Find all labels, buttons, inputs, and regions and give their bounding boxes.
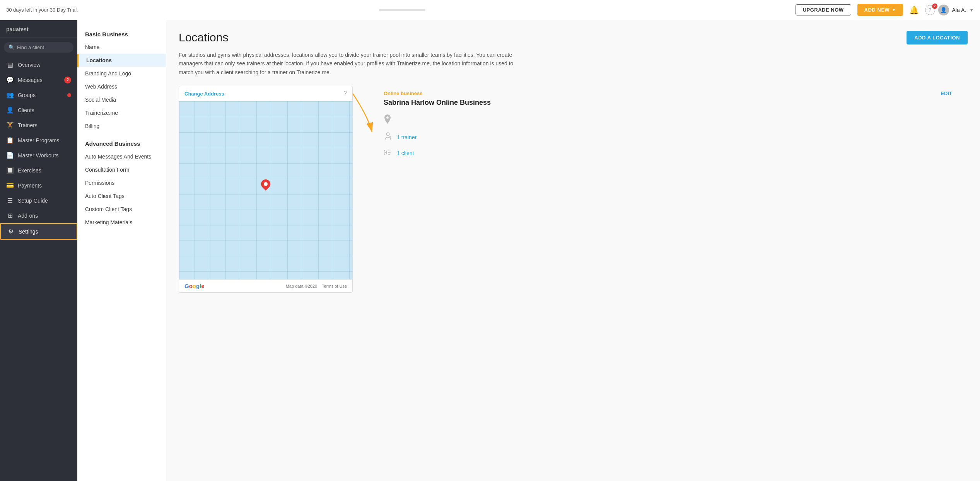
- sidebar: pauatest 🔍 Find a client ▤ Overview 💬 Me…: [0, 20, 77, 481]
- location-client-detail: 1 client: [384, 148, 958, 157]
- sec-item-auto-messages[interactable]: Auto Messages And Events: [77, 150, 166, 163]
- find-client-search[interactable]: 🔍 Find a client: [4, 42, 73, 53]
- basic-business-section-title: Basic Business: [77, 28, 166, 41]
- top-bar: 30 days left in your 30 Day Trial. UPGRA…: [0, 0, 980, 20]
- sec-item-locations[interactable]: Locations: [77, 54, 166, 67]
- map-copyright: Map data ©2020 Terms of Use: [286, 284, 347, 288]
- search-icon: 🔍: [9, 44, 15, 50]
- overview-icon: ▤: [6, 61, 14, 68]
- sidebar-item-label: Overview: [18, 62, 40, 68]
- sec-item-permissions[interactable]: Permissions: [77, 176, 166, 189]
- client-icon: [384, 148, 392, 157]
- main-layout: pauatest 🔍 Find a client ▤ Overview 💬 Me…: [0, 20, 980, 481]
- chevron-down-icon: ▼: [892, 8, 896, 12]
- sidebar-item-overview[interactable]: ▤ Overview: [0, 57, 77, 72]
- sidebar-item-clients[interactable]: 👤 Clients: [0, 102, 77, 118]
- location-pin-icon: [384, 114, 391, 126]
- location-address-detail: [384, 114, 958, 126]
- master-programs-icon: 📋: [6, 136, 14, 144]
- master-workouts-icon: 📄: [6, 152, 14, 159]
- user-avatar: 👤: [938, 5, 949, 15]
- sidebar-item-label: Clients: [18, 107, 34, 113]
- sidebar-item-settings[interactable]: ⚙ Settings: [0, 223, 77, 240]
- secondary-sidebar: Basic Business Name Locations Branding A…: [77, 20, 166, 481]
- sidebar-item-master-programs[interactable]: 📋 Master Programs: [0, 133, 77, 148]
- trainer-count-link[interactable]: 1 trainer: [397, 134, 417, 140]
- google-logo: Google: [184, 283, 205, 289]
- exercises-icon: 🔲: [6, 167, 14, 174]
- online-business-label: Online business: [384, 90, 491, 96]
- location-name: Sabrina Harlow Online Business: [384, 99, 491, 107]
- sidebar-item-master-workouts[interactable]: 📄 Master Workouts: [0, 148, 77, 163]
- change-address-link[interactable]: Change Address: [184, 91, 224, 97]
- sec-item-auto-client-tags[interactable]: Auto Client Tags: [77, 189, 166, 203]
- map-copyright-text: Map data ©2020: [286, 284, 318, 288]
- sec-item-consultation-form[interactable]: Consultation Form: [77, 163, 166, 176]
- map-header: Change Address ?: [179, 86, 352, 101]
- map-area: [179, 101, 352, 279]
- sidebar-item-label: Master Programs: [18, 137, 59, 143]
- sec-item-trainerize[interactable]: Trainerize.me: [77, 106, 166, 119]
- sidebar-nav: ▤ Overview 💬 Messages 2 👥 Groups 👤 Clien…: [0, 57, 77, 475]
- user-name: Ala A.: [952, 7, 966, 13]
- upgrade-button[interactable]: UPGRADE NOW: [796, 4, 851, 15]
- sec-item-social-media[interactable]: Social Media: [77, 93, 166, 106]
- sec-item-name[interactable]: Name: [77, 41, 166, 54]
- edit-location-button[interactable]: EDIT: [941, 89, 958, 96]
- payments-icon: 💳: [6, 182, 14, 189]
- top-bar-icons: 🔔 ? ?: [909, 5, 935, 15]
- groups-icon: 👥: [6, 91, 14, 99]
- client-count-link[interactable]: 1 client: [397, 150, 414, 156]
- add-new-label: ADD NEW: [864, 7, 890, 13]
- content-row: Change Address ? Google Map data ©2020: [179, 86, 968, 293]
- sidebar-item-label: Trainers: [18, 122, 38, 128]
- main-content: Locations ADD A LOCATION For studios and…: [166, 20, 980, 481]
- groups-badge-dot: [67, 93, 71, 97]
- sidebar-item-label: Groups: [18, 92, 36, 98]
- setup-guide-icon: ☰: [6, 197, 14, 204]
- sidebar-item-trainers[interactable]: 🏋 Trainers: [0, 118, 77, 133]
- sidebar-item-label: Add-ons: [18, 213, 38, 219]
- trainers-icon: 🏋: [6, 121, 14, 129]
- advanced-business-section-title: Advanced Business: [77, 137, 166, 150]
- sec-item-branding[interactable]: Branding And Logo: [77, 67, 166, 80]
- sidebar-item-messages[interactable]: 💬 Messages 2: [0, 72, 77, 87]
- notifications-button[interactable]: 🔔: [909, 5, 919, 15]
- sec-item-web-address[interactable]: Web Address: [77, 80, 166, 93]
- location-panel-wrapper: Online business Sabrina Harlow Online Bu…: [353, 86, 968, 164]
- page-header: Locations ADD A LOCATION: [179, 31, 968, 44]
- sidebar-item-label: Messages: [18, 77, 43, 83]
- messages-icon: 💬: [6, 76, 14, 84]
- sidebar-item-label: Setup Guide: [18, 198, 48, 204]
- page-title: Locations: [179, 31, 228, 44]
- sidebar-item-addons[interactable]: ⊞ Add-ons: [0, 208, 77, 223]
- trainer-icon: [384, 132, 392, 142]
- add-new-button[interactable]: ADD NEW ▼: [857, 4, 903, 16]
- sec-item-marketing-materials[interactable]: Marketing Materials: [77, 216, 166, 229]
- sidebar-item-payments[interactable]: 💳 Payments: [0, 178, 77, 193]
- settings-icon: ⚙: [7, 228, 15, 235]
- map-help-icon[interactable]: ?: [343, 90, 347, 97]
- sidebar-item-setup-guide[interactable]: ☰ Setup Guide: [0, 193, 77, 208]
- location-info: Online business Sabrina Harlow Online Bu…: [353, 86, 968, 157]
- user-area[interactable]: 👤 Ala A. ▼: [938, 5, 974, 15]
- addons-icon: ⊞: [6, 212, 14, 219]
- user-chevron-icon: ▼: [969, 7, 974, 13]
- sidebar-item-exercises[interactable]: 🔲 Exercises: [0, 163, 77, 178]
- search-placeholder: Find a client: [17, 44, 44, 50]
- app-logo: pauatest: [0, 20, 77, 38]
- page-description: For studios and gyms with physical addre…: [179, 51, 527, 77]
- location-trainer-detail: 1 trainer: [384, 132, 958, 142]
- map-footer: Google Map data ©2020 Terms of Use: [179, 279, 352, 292]
- sidebar-item-label: Master Workouts: [18, 152, 59, 159]
- add-location-button[interactable]: ADD A LOCATION: [907, 31, 968, 44]
- help-button[interactable]: ? ?: [925, 5, 935, 15]
- map-section: Change Address ? Google Map data ©2020: [179, 86, 353, 293]
- sec-item-custom-client-tags[interactable]: Custom Client Tags: [77, 203, 166, 216]
- messages-badge: 2: [64, 77, 71, 84]
- sidebar-item-label: Exercises: [18, 167, 41, 174]
- sidebar-item-label: Settings: [19, 229, 38, 235]
- trial-text: 30 days left in your 30 Day Trial.: [6, 7, 376, 13]
- sec-item-billing[interactable]: Billing: [77, 119, 166, 133]
- sidebar-item-groups[interactable]: 👥 Groups: [0, 87, 77, 102]
